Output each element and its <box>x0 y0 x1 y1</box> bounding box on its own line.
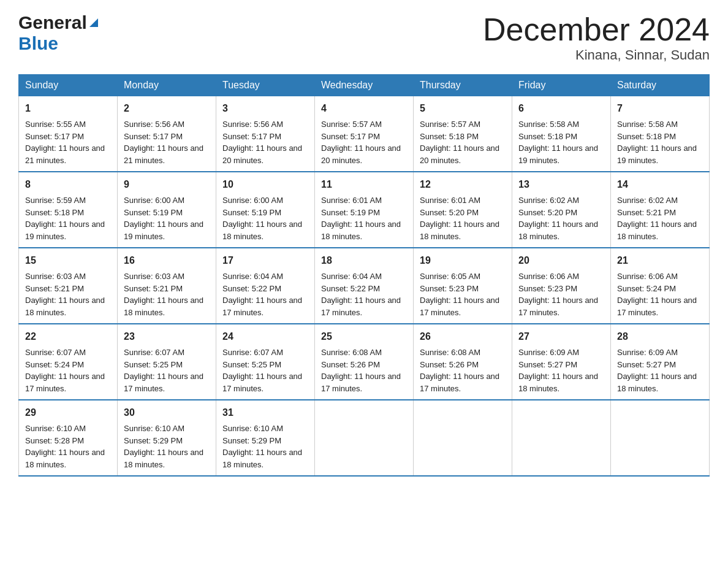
calendar-cell: 27 Sunrise: 6:09 AMSunset: 5:27 PMDaylig… <box>512 324 611 400</box>
day-number: 12 <box>420 177 506 192</box>
calendar-cell: 22 Sunrise: 6:07 AMSunset: 5:24 PMDaylig… <box>19 324 118 400</box>
calendar-cell: 11 Sunrise: 6:01 AMSunset: 5:19 PMDaylig… <box>315 172 414 248</box>
day-number: 9 <box>124 177 210 192</box>
calendar-cell <box>611 400 710 476</box>
day-number: 28 <box>617 329 703 344</box>
day-info: Sunrise: 6:09 AMSunset: 5:27 PMDaylight:… <box>617 348 697 393</box>
calendar-cell: 30 Sunrise: 6:10 AMSunset: 5:29 PMDaylig… <box>118 400 216 476</box>
col-saturday: Saturday <box>611 75 710 96</box>
calendar-cell: 12 Sunrise: 6:01 AMSunset: 5:20 PMDaylig… <box>414 172 512 248</box>
day-number: 19 <box>420 253 506 268</box>
calendar-cell: 24 Sunrise: 6:07 AMSunset: 5:25 PMDaylig… <box>216 324 315 400</box>
day-info: Sunrise: 6:07 AMSunset: 5:24 PMDaylight:… <box>25 348 105 393</box>
calendar-table: Sunday Monday Tuesday Wednesday Thursday… <box>18 74 710 477</box>
col-thursday: Thursday <box>414 75 512 96</box>
calendar-cell: 10 Sunrise: 6:00 AMSunset: 5:19 PMDaylig… <box>216 172 315 248</box>
day-number: 3 <box>222 101 308 116</box>
calendar-cell: 3 Sunrise: 5:56 AMSunset: 5:17 PMDayligh… <box>216 96 315 172</box>
calendar-subtitle: Kinana, Sinnar, Sudan <box>483 47 710 63</box>
day-number: 18 <box>321 253 407 268</box>
day-number: 24 <box>222 329 308 344</box>
calendar-cell <box>315 400 414 476</box>
day-info: Sunrise: 5:59 AMSunset: 5:18 PMDaylight:… <box>25 196 105 241</box>
day-number: 26 <box>420 329 506 344</box>
calendar-cell: 9 Sunrise: 6:00 AMSunset: 5:19 PMDayligh… <box>118 172 216 248</box>
calendar-cell: 7 Sunrise: 5:58 AMSunset: 5:18 PMDayligh… <box>611 96 710 172</box>
calendar-cell: 1 Sunrise: 5:55 AMSunset: 5:17 PMDayligh… <box>19 96 118 172</box>
day-info: Sunrise: 6:03 AMSunset: 5:21 PMDaylight:… <box>25 272 105 317</box>
day-info: Sunrise: 5:56 AMSunset: 5:17 PMDaylight:… <box>124 120 203 165</box>
day-number: 27 <box>518 329 604 344</box>
calendar-week-row: 29 Sunrise: 6:10 AMSunset: 5:28 PMDaylig… <box>19 400 710 476</box>
day-info: Sunrise: 6:10 AMSunset: 5:28 PMDaylight:… <box>25 424 105 469</box>
col-tuesday: Tuesday <box>216 75 315 96</box>
day-info: Sunrise: 6:01 AMSunset: 5:20 PMDaylight:… <box>420 196 499 241</box>
day-number: 16 <box>124 253 210 268</box>
calendar-cell: 15 Sunrise: 6:03 AMSunset: 5:21 PMDaylig… <box>19 248 118 324</box>
day-number: 2 <box>124 101 210 116</box>
page-header: General Blue December 2024 Kinana, Sinna… <box>18 12 710 63</box>
day-number: 22 <box>25 329 111 344</box>
calendar-cell: 29 Sunrise: 6:10 AMSunset: 5:28 PMDaylig… <box>19 400 118 476</box>
calendar-cell: 5 Sunrise: 5:57 AMSunset: 5:18 PMDayligh… <box>414 96 512 172</box>
logo-blue: Blue <box>18 33 58 54</box>
day-info: Sunrise: 6:02 AMSunset: 5:21 PMDaylight:… <box>617 196 697 241</box>
calendar-header-row: Sunday Monday Tuesday Wednesday Thursday… <box>19 75 710 96</box>
day-info: Sunrise: 5:58 AMSunset: 5:18 PMDaylight:… <box>617 120 697 165</box>
calendar-cell: 14 Sunrise: 6:02 AMSunset: 5:21 PMDaylig… <box>611 172 710 248</box>
day-info: Sunrise: 6:05 AMSunset: 5:23 PMDaylight:… <box>420 272 499 317</box>
day-number: 15 <box>25 253 111 268</box>
calendar-cell: 25 Sunrise: 6:08 AMSunset: 5:26 PMDaylig… <box>315 324 414 400</box>
day-info: Sunrise: 6:04 AMSunset: 5:22 PMDaylight:… <box>222 272 302 317</box>
day-info: Sunrise: 6:08 AMSunset: 5:26 PMDaylight:… <box>321 348 401 393</box>
day-number: 1 <box>25 101 111 116</box>
calendar-cell: 2 Sunrise: 5:56 AMSunset: 5:17 PMDayligh… <box>118 96 216 172</box>
calendar-cell <box>512 400 611 476</box>
day-info: Sunrise: 6:02 AMSunset: 5:20 PMDaylight:… <box>518 196 598 241</box>
calendar-cell: 18 Sunrise: 6:04 AMSunset: 5:22 PMDaylig… <box>315 248 414 324</box>
logo: General Blue <box>18 12 99 54</box>
day-info: Sunrise: 6:08 AMSunset: 5:26 PMDaylight:… <box>420 348 499 393</box>
day-number: 10 <box>222 177 308 192</box>
calendar-cell: 8 Sunrise: 5:59 AMSunset: 5:18 PMDayligh… <box>19 172 118 248</box>
logo-triangle-icon <box>88 17 99 28</box>
calendar-cell: 19 Sunrise: 6:05 AMSunset: 5:23 PMDaylig… <box>414 248 512 324</box>
calendar-week-row: 15 Sunrise: 6:03 AMSunset: 5:21 PMDaylig… <box>19 248 710 324</box>
col-wednesday: Wednesday <box>315 75 414 96</box>
day-info: Sunrise: 6:06 AMSunset: 5:24 PMDaylight:… <box>617 272 697 317</box>
day-number: 29 <box>25 405 111 420</box>
day-info: Sunrise: 5:56 AMSunset: 5:17 PMDaylight:… <box>222 120 302 165</box>
calendar-cell: 17 Sunrise: 6:04 AMSunset: 5:22 PMDaylig… <box>216 248 315 324</box>
day-number: 31 <box>222 405 308 420</box>
day-info: Sunrise: 6:00 AMSunset: 5:19 PMDaylight:… <box>124 196 203 241</box>
calendar-cell: 20 Sunrise: 6:06 AMSunset: 5:23 PMDaylig… <box>512 248 611 324</box>
svg-marker-0 <box>89 18 98 27</box>
calendar-cell: 6 Sunrise: 5:58 AMSunset: 5:18 PMDayligh… <box>512 96 611 172</box>
day-info: Sunrise: 6:10 AMSunset: 5:29 PMDaylight:… <box>124 424 203 469</box>
calendar-cell: 23 Sunrise: 6:07 AMSunset: 5:25 PMDaylig… <box>118 324 216 400</box>
calendar-cell: 13 Sunrise: 6:02 AMSunset: 5:20 PMDaylig… <box>512 172 611 248</box>
day-info: Sunrise: 6:00 AMSunset: 5:19 PMDaylight:… <box>222 196 302 241</box>
day-info: Sunrise: 5:57 AMSunset: 5:18 PMDaylight:… <box>420 120 499 165</box>
calendar-week-row: 22 Sunrise: 6:07 AMSunset: 5:24 PMDaylig… <box>19 324 710 400</box>
day-number: 20 <box>518 253 604 268</box>
day-number: 4 <box>321 101 407 116</box>
day-info: Sunrise: 6:03 AMSunset: 5:21 PMDaylight:… <box>124 272 203 317</box>
day-info: Sunrise: 5:57 AMSunset: 5:17 PMDaylight:… <box>321 120 401 165</box>
calendar-week-row: 1 Sunrise: 5:55 AMSunset: 5:17 PMDayligh… <box>19 96 710 172</box>
day-number: 23 <box>124 329 210 344</box>
day-info: Sunrise: 6:07 AMSunset: 5:25 PMDaylight:… <box>222 348 302 393</box>
calendar-cell: 26 Sunrise: 6:08 AMSunset: 5:26 PMDaylig… <box>414 324 512 400</box>
day-number: 21 <box>617 253 703 268</box>
calendar-title: December 2024 <box>483 12 710 47</box>
day-number: 25 <box>321 329 407 344</box>
day-info: Sunrise: 6:06 AMSunset: 5:23 PMDaylight:… <box>518 272 598 317</box>
day-info: Sunrise: 5:55 AMSunset: 5:17 PMDaylight:… <box>25 120 105 165</box>
calendar-cell: 4 Sunrise: 5:57 AMSunset: 5:17 PMDayligh… <box>315 96 414 172</box>
day-info: Sunrise: 6:10 AMSunset: 5:29 PMDaylight:… <box>222 424 302 469</box>
day-number: 11 <box>321 177 407 192</box>
day-number: 6 <box>518 101 604 116</box>
day-info: Sunrise: 6:01 AMSunset: 5:19 PMDaylight:… <box>321 196 401 241</box>
day-info: Sunrise: 6:09 AMSunset: 5:27 PMDaylight:… <box>518 348 598 393</box>
calendar-week-row: 8 Sunrise: 5:59 AMSunset: 5:18 PMDayligh… <box>19 172 710 248</box>
